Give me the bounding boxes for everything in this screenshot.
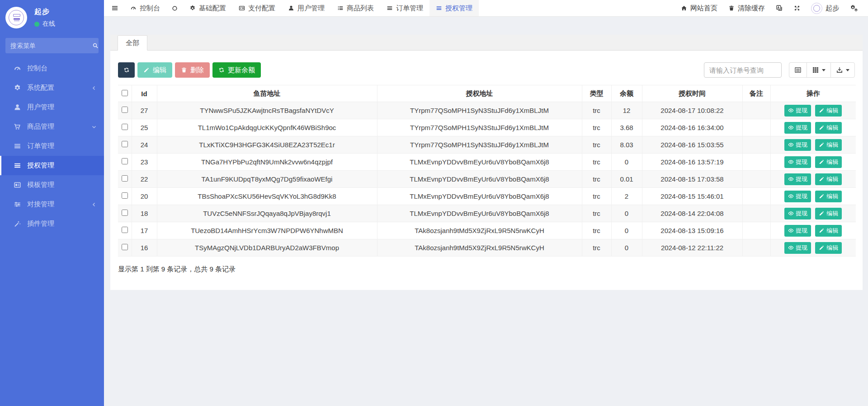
sidebar-item-user-management[interactable]: 用户管理 bbox=[0, 98, 104, 117]
cell-actions: 提现 编辑 bbox=[770, 136, 856, 154]
sidebar-item-plugin-management[interactable]: 插件管理 bbox=[0, 214, 104, 233]
withdraw-button[interactable]: 提现 bbox=[784, 191, 811, 202]
header-checkbox-cell bbox=[118, 85, 132, 102]
cell-type: trc bbox=[582, 102, 611, 119]
brand-header: 起步 在线 bbox=[0, 0, 104, 34]
authorization-table: Id 鱼苗地址 授权地址 类型 余额 授权时间 备注 操作 27 bbox=[118, 85, 856, 257]
row-checkbox[interactable] bbox=[122, 210, 128, 216]
cell-id: 23 bbox=[132, 154, 157, 171]
pencil-icon bbox=[819, 193, 825, 199]
sidebar-toggle-button[interactable] bbox=[106, 0, 124, 16]
cell-remark bbox=[742, 171, 770, 188]
content-area: 全部 编辑 bbox=[104, 17, 868, 406]
withdraw-label: 提现 bbox=[796, 192, 807, 201]
site-home-label: 网站首页 bbox=[690, 4, 717, 13]
edit-row-button[interactable]: 编辑 bbox=[815, 139, 842, 151]
row-checkbox[interactable] bbox=[122, 175, 128, 182]
fullscreen-button[interactable] bbox=[788, 0, 806, 16]
withdraw-button[interactable]: 提现 bbox=[784, 139, 811, 151]
edit-row-label: 编辑 bbox=[826, 244, 838, 252]
edit-row-button[interactable]: 编辑 bbox=[815, 225, 842, 237]
sidebar-item-authorization-management[interactable]: 授权管理 bbox=[0, 156, 104, 175]
delete-button[interactable]: 删除 bbox=[175, 62, 210, 78]
edit-row-button[interactable]: 编辑 bbox=[815, 191, 842, 202]
withdraw-button[interactable]: 提现 bbox=[784, 122, 811, 134]
edit-row-button[interactable]: 编辑 bbox=[815, 173, 842, 185]
pencil-icon bbox=[819, 142, 825, 148]
order-search-input[interactable] bbox=[704, 62, 782, 78]
header-auth-time: 授权时间 bbox=[642, 85, 742, 102]
row-checkbox[interactable] bbox=[122, 227, 128, 233]
edit-button[interactable]: 编辑 bbox=[137, 62, 172, 78]
row-checkbox[interactable] bbox=[122, 107, 128, 113]
nav-tab-authorization-management[interactable]: 授权管理 bbox=[429, 0, 479, 16]
edit-row-button[interactable]: 编辑 bbox=[815, 156, 842, 168]
search-icon bbox=[92, 42, 99, 49]
cell-actions: 提现 编辑 bbox=[770, 154, 856, 171]
sidebar-search-input[interactable] bbox=[10, 42, 92, 49]
withdraw-button[interactable]: 提现 bbox=[784, 208, 811, 219]
caret-down-icon bbox=[822, 69, 826, 71]
row-checkbox[interactable] bbox=[122, 244, 128, 250]
user-menu[interactable]: 起步 bbox=[806, 0, 844, 16]
row-checkbox[interactable] bbox=[122, 192, 128, 199]
clear-cache-button[interactable]: 清除缓存 bbox=[723, 0, 770, 16]
withdraw-button[interactable]: 提现 bbox=[784, 242, 811, 254]
brand-avatar[interactable] bbox=[5, 7, 27, 28]
detail-view-button[interactable] bbox=[789, 62, 807, 78]
edit-row-button[interactable]: 编辑 bbox=[815, 122, 842, 134]
nav-tab-loading[interactable] bbox=[166, 0, 183, 16]
gauge-icon bbox=[14, 65, 21, 72]
site-home-link[interactable]: 网站首页 bbox=[675, 0, 723, 16]
withdraw-button[interactable]: 提现 bbox=[784, 105, 811, 117]
cell-actions: 提现 编辑 bbox=[770, 222, 856, 239]
update-balance-button[interactable]: 更新余额 bbox=[212, 62, 261, 78]
sidebar-item-console[interactable]: 控制台 bbox=[0, 59, 104, 78]
sidebar-item-integration-management[interactable]: 对接管理 bbox=[0, 195, 104, 214]
cell-checkbox bbox=[118, 171, 132, 188]
cell-checkbox bbox=[118, 188, 132, 205]
cell-fish-address: TUVzC5eNNFSsrJQqaya8qJpVBjay8rqvj1 bbox=[157, 205, 377, 222]
cart-icon bbox=[14, 123, 21, 131]
sidebar-item-template-management[interactable]: 模板管理 bbox=[0, 175, 104, 195]
row-checkbox[interactable] bbox=[122, 141, 128, 147]
cell-id: 25 bbox=[132, 119, 157, 136]
select-all-checkbox[interactable] bbox=[122, 90, 128, 96]
chevron-left-icon bbox=[91, 85, 97, 91]
language-button[interactable] bbox=[770, 0, 788, 16]
sidebar-item-product-management[interactable]: 商品管理 bbox=[0, 117, 104, 136]
panel: 全部 编辑 bbox=[110, 35, 863, 290]
toolbar-right bbox=[704, 62, 855, 78]
nav-tab-basic-config[interactable]: 基础配置 bbox=[183, 0, 232, 16]
export-button[interactable] bbox=[830, 62, 855, 78]
edit-row-button[interactable]: 编辑 bbox=[815, 105, 842, 117]
sidebar-item-order-management[interactable]: 订单管理 bbox=[0, 136, 104, 156]
nav-tab-label: 基础配置 bbox=[199, 4, 226, 13]
withdraw-button[interactable]: 提现 bbox=[784, 225, 811, 237]
refresh-button[interactable] bbox=[118, 62, 135, 78]
header-balance: 余额 bbox=[611, 85, 642, 102]
row-checkbox[interactable] bbox=[122, 124, 128, 130]
panel-tabs: 全部 bbox=[110, 35, 863, 51]
cell-remark bbox=[742, 205, 770, 222]
nav-tab-product-list[interactable]: 商品列表 bbox=[331, 0, 380, 16]
columns-button[interactable] bbox=[807, 62, 831, 78]
row-checkbox[interactable] bbox=[122, 158, 128, 164]
fullscreen-icon bbox=[794, 5, 800, 11]
table-row: 18 TUVzC5eNNFSsrJQqaya8qJpVBjay8rqvj1 TL… bbox=[118, 205, 856, 222]
nav-tab-label: 用户管理 bbox=[297, 4, 325, 13]
withdraw-button[interactable]: 提现 bbox=[784, 156, 811, 168]
nav-tab-order-management[interactable]: 订单管理 bbox=[380, 0, 429, 16]
withdraw-button[interactable]: 提现 bbox=[784, 173, 811, 185]
nav-tab-payment-config[interactable]: 支付配置 bbox=[232, 0, 282, 16]
sidebar-item-system-config[interactable]: 系统配置 bbox=[0, 78, 104, 98]
nav-tab-console[interactable]: 控制台 bbox=[124, 0, 166, 16]
cell-id: 20 bbox=[132, 188, 157, 205]
settings-button[interactable] bbox=[844, 0, 863, 16]
cell-auth-address: TYrpm77QSoMPH1SyN3StuJFd6y1XmBLJtM bbox=[377, 136, 582, 154]
sliders-icon bbox=[14, 201, 21, 208]
tab-all[interactable]: 全部 bbox=[118, 35, 147, 51]
edit-row-button[interactable]: 编辑 bbox=[815, 242, 842, 254]
nav-tab-user-management[interactable]: 用户管理 bbox=[282, 0, 331, 16]
edit-row-button[interactable]: 编辑 bbox=[815, 208, 842, 219]
